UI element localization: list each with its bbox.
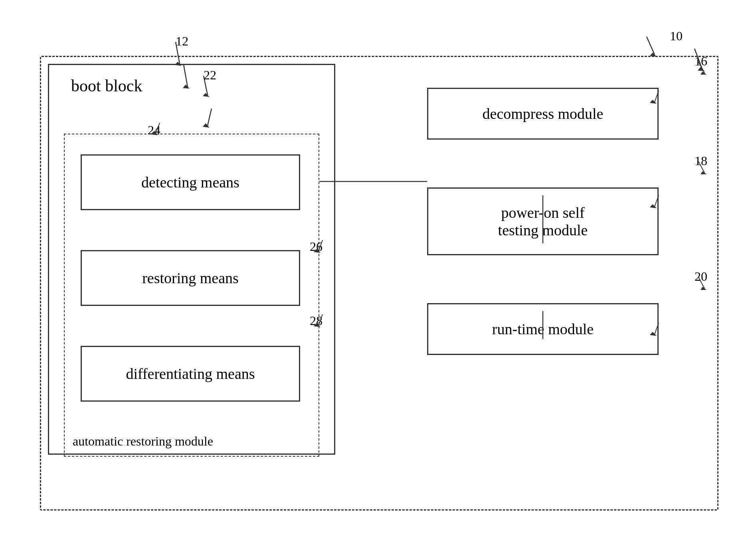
post-label-line1: power-on self (501, 204, 584, 221)
restoring-means-label: restoring means (142, 269, 239, 287)
decompress-container: decompress module 16 (427, 88, 675, 140)
decompress-label: decompress module (483, 105, 604, 122)
ref-10-label: 10 (670, 29, 683, 43)
right-modules: decompress module 16 power-on self testi… (427, 88, 675, 355)
post-module-box: power-on self testing module (427, 187, 659, 255)
post-label-line2: testing module (498, 221, 588, 239)
ref-20-label: 20 (695, 269, 707, 284)
restoring-means-box: restoring means (81, 250, 300, 306)
differentiating-means-box: differentiating means (81, 346, 300, 402)
auto-restore-label: automatic restoring module (73, 434, 213, 449)
auto-restore-box: automatic restoring module detecting mea… (64, 134, 319, 457)
ref-12-label: 12 (176, 34, 188, 49)
runtime-module-box: run-time module (427, 303, 659, 355)
svg-marker-1 (650, 53, 657, 57)
detecting-means-box: detecting means (81, 154, 300, 210)
decompress-module-box: decompress module (427, 88, 659, 140)
svg-marker-3 (175, 62, 182, 66)
runtime-container: run-time module 20 (427, 303, 675, 355)
post-container: power-on self testing module 18 (427, 187, 675, 255)
ref-18-label: 18 (695, 154, 707, 168)
runtime-label: run-time module (492, 320, 594, 338)
ref-22-label: 22 (204, 68, 216, 83)
ref-16-label: 16 (695, 54, 707, 69)
ref-28-label: 28 (310, 313, 323, 328)
differentiating-means-label: differentiating means (126, 365, 255, 382)
ref-26-label: 26 (310, 239, 323, 254)
svg-line-0 (647, 37, 655, 55)
boot-block-title: boot block (71, 76, 142, 95)
diagram-container: 10 boot block 12 22 automatic restoring … (24, 32, 726, 522)
svg-marker-5 (203, 93, 210, 97)
ref-24-label: 24 (148, 123, 160, 138)
detecting-means-label: detecting means (141, 174, 239, 191)
